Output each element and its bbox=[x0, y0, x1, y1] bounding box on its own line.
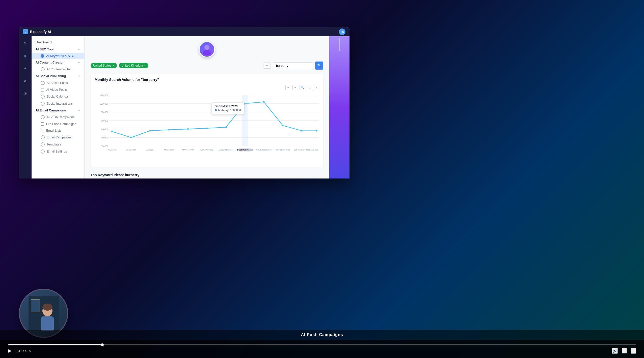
templates-icon bbox=[41, 142, 45, 146]
chart-zoom-out[interactable]: − bbox=[285, 85, 291, 90]
email-settings-icon bbox=[41, 150, 45, 154]
svg-point-27 bbox=[316, 130, 317, 132]
svg-point-17 bbox=[130, 137, 132, 138]
tooltip-value: 1000000 bbox=[230, 109, 241, 112]
icon-rail: ⊙ ◈ ✦ ❋ ✉ bbox=[19, 36, 32, 178]
dropdown-label: ▼ bbox=[265, 64, 269, 67]
writer-icon bbox=[41, 67, 45, 71]
tag-uk-label: United Kingdom bbox=[121, 64, 143, 67]
chart-area: 1100000 1000000 900000 800000 700000 600… bbox=[95, 92, 319, 163]
nav-icon-home[interactable]: ⊙ bbox=[21, 39, 29, 47]
svg-point-0 bbox=[204, 45, 209, 50]
writer-label: AI Content Writer bbox=[47, 68, 71, 71]
browser-brand: E Expansify AI bbox=[23, 29, 51, 34]
play-button[interactable]: ▶ bbox=[8, 348, 12, 353]
fullscreen-button[interactable]: ⛶ bbox=[622, 348, 627, 353]
tooltip-keyword: burberry bbox=[218, 109, 229, 112]
avatar-svg bbox=[201, 43, 213, 55]
social-label: AI Social Publishing bbox=[36, 74, 66, 78]
push-icon bbox=[41, 115, 45, 119]
nav-icon-seo[interactable]: ◈ bbox=[21, 52, 29, 59]
svg-text:JULY 2024: JULY 2024 bbox=[108, 149, 117, 151]
integrations-icon bbox=[41, 102, 45, 106]
nav-icon-social[interactable]: ❋ bbox=[21, 77, 29, 85]
svg-text:600000: 600000 bbox=[101, 136, 109, 139]
chart-title: Monthly Search Volume for "burberry" bbox=[95, 78, 319, 82]
nav-icon-email[interactable]: ✉ bbox=[21, 90, 29, 97]
tag-us[interactable]: United States ✕ bbox=[91, 63, 117, 68]
svg-text:800000: 800000 bbox=[101, 120, 109, 122]
keyword-search-input[interactable] bbox=[273, 62, 313, 69]
chart-search-btn[interactable]: 🔍 bbox=[300, 85, 305, 90]
nav-icon-content[interactable]: ✦ bbox=[21, 65, 29, 72]
seo-chevron: ▼ bbox=[78, 48, 80, 51]
sidebar-item-video-posts[interactable]: AI Video Posts bbox=[32, 86, 84, 93]
chart-zoom-in[interactable]: + bbox=[292, 85, 298, 90]
video-posts-label: AI Video Posts bbox=[46, 88, 67, 92]
email-settings-label: Email Settings bbox=[47, 150, 67, 153]
keywords-icon bbox=[41, 54, 44, 58]
sidebar-item-email-settings[interactable]: Email Settings bbox=[32, 148, 84, 155]
user-avatar[interactable]: TN bbox=[339, 28, 345, 35]
total-time: 4:39 bbox=[25, 349, 31, 353]
search-button[interactable]: 🔍 bbox=[315, 62, 323, 70]
sidebar-item-writer[interactable]: AI Content Writer bbox=[32, 66, 84, 73]
more-options-button[interactable]: ⋮ bbox=[631, 348, 636, 354]
sidebar-item-dashboard[interactable]: Dashboard bbox=[32, 38, 84, 46]
sidebar-section-seo[interactable]: AI SEO Tool ▼ bbox=[32, 46, 84, 53]
svg-text:500000: 500000 bbox=[101, 145, 109, 147]
svg-point-22 bbox=[225, 127, 227, 128]
chart-toolbar: − + 🔍 ⌂ ≡ bbox=[95, 85, 319, 90]
sidebar-item-keywords[interactable]: AI Keywords & SEO bbox=[32, 53, 84, 59]
svg-text:MARCH 2024: MARCH 2024 bbox=[182, 149, 194, 151]
email-chevron: ▼ bbox=[78, 109, 80, 112]
tag-us-label: United States bbox=[93, 64, 111, 67]
tag-uk[interactable]: United Kingdom ✕ bbox=[119, 63, 148, 68]
country-dropdown[interactable]: ▼ bbox=[263, 63, 271, 69]
chart-home-btn[interactable]: ⌂ bbox=[307, 85, 312, 90]
chart-menu-btn[interactable]: ≡ bbox=[314, 85, 319, 90]
profile-image-area bbox=[91, 41, 323, 57]
sidebar-item-templates[interactable]: Templates bbox=[32, 141, 84, 148]
svg-text:AUGUST 2023: AUGUST 2023 bbox=[310, 149, 319, 151]
chart-container: Monthly Search Volume for "burberry" − +… bbox=[91, 74, 323, 167]
sidebar-item-lite-push[interactable]: Lite Push Campaigns bbox=[32, 121, 84, 127]
face-svg bbox=[29, 296, 59, 331]
tooltip-dot bbox=[215, 109, 217, 111]
volume-button[interactable]: 🔊 bbox=[612, 348, 618, 354]
svg-text:DECEMBER 2023: DECEMBER 2023 bbox=[237, 149, 253, 151]
sidebar-section-email[interactable]: AI Email Campaigns ▼ bbox=[32, 107, 84, 114]
integrations-label: Social Integrations bbox=[47, 102, 73, 105]
scrollbar-indicator[interactable] bbox=[339, 38, 340, 51]
svg-text:JUNE 2024: JUNE 2024 bbox=[126, 149, 136, 151]
video-controls: ▶ 0:41 / 4:39 🔊 ⛶ ⋮ bbox=[0, 340, 644, 358]
tag-us-remove[interactable]: ✕ bbox=[112, 64, 114, 67]
progress-bar-container[interactable] bbox=[8, 344, 636, 345]
sidebar-item-social-posts[interactable]: AI Social Posts bbox=[32, 79, 84, 86]
sidebar-section-social[interactable]: AI Social Publishing ▼ bbox=[32, 73, 84, 79]
svg-point-16 bbox=[111, 131, 113, 132]
tag-uk-remove[interactable]: ✕ bbox=[144, 64, 146, 67]
sidebar-item-calendar[interactable]: Social Calendar bbox=[32, 93, 84, 100]
sidebar-section-content[interactable]: AI Content Creator ▼ bbox=[32, 59, 84, 66]
tooltip-row: burberry 1000000 bbox=[215, 109, 241, 112]
svg-point-20 bbox=[187, 128, 189, 130]
main-content: United States ✕ United Kingdom ✕ ▼ 🔍 Mon… bbox=[85, 36, 329, 178]
svg-point-18 bbox=[149, 130, 151, 132]
keywords-label: AI Keywords & SEO bbox=[46, 54, 74, 58]
svg-text:SEPTEMBER 2023: SEPTEMBER 2023 bbox=[294, 149, 310, 151]
sidebar-item-email-campaigns[interactable]: Email Campaigns bbox=[32, 134, 84, 141]
social-chevron: ▼ bbox=[78, 75, 80, 78]
sidebar-item-push[interactable]: AI Push Campaigns bbox=[32, 114, 84, 121]
sidebar-item-email-lists[interactable]: Email Lists bbox=[32, 127, 84, 134]
templates-label: Templates bbox=[47, 143, 61, 146]
sidebar-item-integrations[interactable]: Social Integrations bbox=[32, 100, 84, 107]
lite-push-label: Lite Push Campaigns bbox=[46, 122, 76, 126]
dashboard-label: Dashboard bbox=[36, 40, 52, 44]
browser-body: ⊙ ◈ ✦ ❋ ✉ Dashboard AI SEO Tool ▼ bbox=[19, 36, 350, 178]
content-chevron: ▼ bbox=[78, 61, 80, 64]
chart-svg: 1100000 1000000 900000 800000 700000 600… bbox=[95, 92, 319, 153]
sidebar: ⊙ ◈ ✦ ❋ ✉ Dashboard AI SEO Tool ▼ bbox=[19, 36, 85, 178]
email-campaigns-header-label: AI Email Campaigns bbox=[36, 109, 66, 112]
email-camp-label: Email Campaigns bbox=[47, 136, 71, 139]
